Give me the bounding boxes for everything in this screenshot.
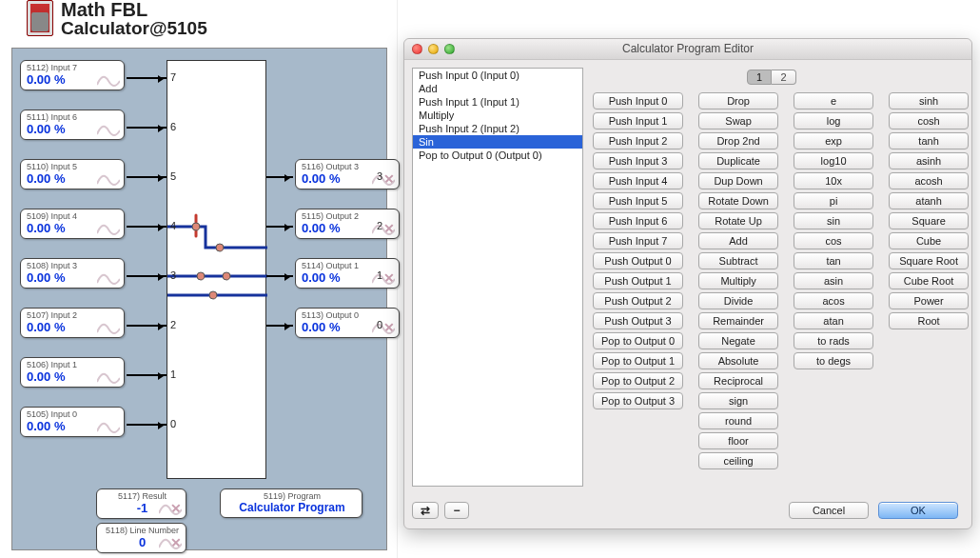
op-reciprocal-button[interactable]: Reciprocal [698, 372, 778, 389]
op-add-button[interactable]: Add [698, 232, 778, 249]
op-drop-button[interactable]: Drop [698, 92, 778, 110]
op-rotate-up-button[interactable]: Rotate Up [698, 212, 778, 229]
ok-button[interactable]: OK [878, 502, 958, 519]
op-push-input-7-button[interactable]: Push Input 7 [593, 232, 683, 249]
op-asinh-button[interactable]: asinh [889, 152, 969, 169]
op-exp-button[interactable]: exp [794, 132, 873, 149]
instruction-row[interactable]: Push Input 2 (Input 2) [413, 122, 582, 135]
op-divide-button[interactable]: Divide [698, 292, 778, 309]
minimize-icon[interactable] [428, 44, 439, 54]
op-absolute-button[interactable]: Absolute [698, 352, 778, 369]
instruction-row[interactable]: Pop to Output 0 (Output 0) [413, 149, 582, 162]
input-card-7[interactable]: 5112) Input 70.00 % [20, 60, 125, 90]
input-card-0[interactable]: 5105) Input 00.00 % [20, 407, 125, 437]
op-push-output-3-button[interactable]: Push Output 3 [593, 312, 683, 329]
input-card-4[interactable]: 5109) Input 40.00 % [20, 209, 125, 239]
zoom-icon[interactable] [444, 44, 455, 54]
op-negate-button[interactable]: Negate [698, 332, 778, 349]
op-push-input-6-button[interactable]: Push Input 6 [593, 212, 683, 229]
op-pop-to-output-0-button[interactable]: Pop to Output 0 [593, 332, 683, 349]
input-card-3[interactable]: 5108) Input 30.00 % [20, 258, 125, 289]
op-log10-button[interactable]: log10 [794, 152, 873, 169]
instruction-row[interactable]: Push Input 1 (Input 1) [413, 95, 582, 109]
op-cube-button[interactable]: Cube [889, 232, 969, 249]
op-to-rads-button[interactable]: to rads [794, 332, 873, 349]
calculator-block[interactable] [167, 60, 266, 479]
op-push-output-0-button[interactable]: Push Output 0 [593, 252, 683, 269]
op-atan-button[interactable]: atan [794, 312, 873, 329]
remove-button[interactable]: − [444, 502, 469, 519]
op-sinh-button[interactable]: sinh [889, 92, 969, 110]
page-title: Math FBL Calculator@5105 [61, 0, 207, 37]
op-asin-button[interactable]: asin [794, 272, 873, 289]
op-square-root-button[interactable]: Square Root [889, 252, 969, 269]
op-cos-button[interactable]: cos [794, 232, 873, 249]
op-tanh-button[interactable]: tanh [889, 132, 969, 149]
op-push-input-2-button[interactable]: Push Input 2 [593, 132, 683, 149]
op-power-button[interactable]: Power [889, 292, 969, 309]
input-tag: 5105) Input 0 [27, 409, 120, 419]
op-push-input-1-button[interactable]: Push Input 1 [593, 112, 683, 130]
op-log-button[interactable]: log [794, 112, 873, 130]
input-tag: 5108) Input 3 [27, 261, 120, 270]
card-value: Calculator Program [226, 501, 358, 514]
input-card-5[interactable]: 5110) Input 50.00 % [20, 159, 125, 189]
op-acos-button[interactable]: acos [794, 292, 873, 309]
op-square-button[interactable]: Square [889, 212, 969, 229]
op-multiply-button[interactable]: Multiply [698, 272, 778, 289]
instruction-list[interactable]: Push Input 0 (Input 0)AddPush Input 1 (I… [412, 68, 583, 487]
shuffle-button[interactable]: ⇄ [412, 502, 439, 519]
op-floor-button[interactable]: floor [698, 432, 778, 449]
cancel-button[interactable]: Cancel [789, 502, 869, 519]
close-icon[interactable] [412, 44, 422, 54]
button-column-3: sinhcoshtanhasinhacoshatanhSquareCubeSqu… [889, 92, 969, 329]
op-pop-to-output-3-button[interactable]: Pop to Output 3 [593, 392, 683, 409]
op-root-button[interactable]: Root [889, 312, 969, 329]
op-sign-button[interactable]: sign [698, 392, 778, 409]
tab-2[interactable]: 2 [772, 70, 796, 85]
bottom_cards-result-card[interactable]: 5117) Result-1✕ [96, 488, 186, 519]
op-atanh-button[interactable]: atanh [889, 192, 969, 209]
op-push-input-5-button[interactable]: Push Input 5 [593, 192, 683, 209]
calculator-program-card[interactable]: 5119) ProgramCalculator Program [220, 488, 363, 518]
op-cosh-button[interactable]: cosh [889, 112, 969, 130]
op-duplicate-button[interactable]: Duplicate [698, 152, 778, 169]
button-column-2: elogexplog1010xpisincostanasinacosatanto… [794, 92, 873, 369]
instruction-row[interactable]: Push Input 0 (Input 0) [413, 69, 582, 82]
input-card-2[interactable]: 5107) Input 20.00 % [20, 308, 125, 338]
op-to-degs-button[interactable]: to degs [794, 352, 873, 369]
op-ceiling-button[interactable]: ceiling [698, 452, 778, 469]
op-push-input-3-button[interactable]: Push Input 3 [593, 152, 683, 169]
op-pi-button[interactable]: pi [794, 192, 873, 209]
op-cube-root-button[interactable]: Cube Root [889, 272, 969, 289]
tab-1[interactable]: 1 [747, 70, 772, 85]
op-sin-button[interactable]: sin [794, 212, 873, 229]
instruction-row[interactable]: Sin [413, 135, 582, 149]
op-push-output-1-button[interactable]: Push Output 1 [593, 272, 683, 289]
op-round-button[interactable]: round [698, 412, 778, 429]
op-remainder-button[interactable]: Remainder [698, 312, 778, 329]
op-push-output-2-button[interactable]: Push Output 2 [593, 292, 683, 309]
op-push-input-0-button[interactable]: Push Input 0 [593, 92, 683, 110]
op-rotate-down-button[interactable]: Rotate Down [698, 192, 778, 209]
op-tan-button[interactable]: tan [794, 252, 873, 269]
port-label: 2 [170, 319, 176, 330]
editor-window: Calculator Program Editor Push Input 0 (… [403, 38, 972, 529]
input-card-6[interactable]: 5111) Input 60.00 % [20, 110, 125, 140]
input-tag: 5109) Input 4 [27, 211, 120, 221]
op-acosh-button[interactable]: acosh [889, 172, 969, 189]
op-10x-button[interactable]: 10x [794, 172, 873, 189]
op-e-button[interactable]: e [794, 92, 873, 110]
op-swap-button[interactable]: Swap [698, 112, 778, 130]
op-dup-down-button[interactable]: Dup Down [698, 172, 778, 189]
instruction-row[interactable]: Add [413, 82, 582, 95]
bottom_cards-line-card[interactable]: 5118) Line Number0✕ [96, 523, 186, 553]
op-drop-2nd-button[interactable]: Drop 2nd [698, 132, 778, 149]
fbl-canvas: 5112) Input 70.00 %75111) Input 60.00 %6… [11, 48, 387, 550]
instruction-row[interactable]: Multiply [413, 109, 582, 122]
op-subtract-button[interactable]: Subtract [698, 252, 778, 269]
op-pop-to-output-2-button[interactable]: Pop to Output 2 [593, 372, 683, 389]
input-card-1[interactable]: 5106) Input 10.00 % [20, 357, 125, 388]
op-push-input-4-button[interactable]: Push Input 4 [593, 172, 683, 189]
op-pop-to-output-1-button[interactable]: Pop to Output 1 [593, 352, 683, 369]
